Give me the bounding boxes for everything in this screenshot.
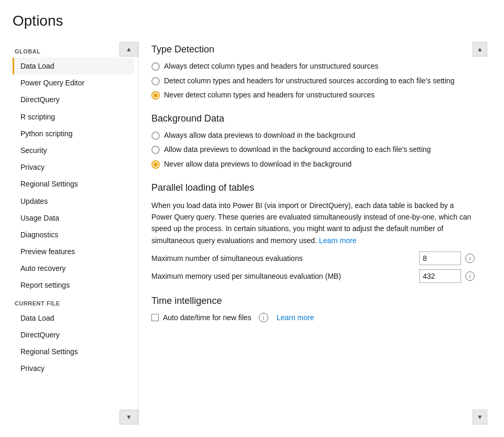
max-memory-input[interactable] xyxy=(419,269,461,283)
sidebar-item-privacy[interactable]: Privacy xyxy=(13,159,134,176)
content-scroll-down[interactable]: ▼ xyxy=(473,410,487,424)
type-detection-options: Always detect column types and headers f… xyxy=(151,61,475,101)
sidebar-item-power-query-editor[interactable]: Power Query Editor xyxy=(13,74,134,91)
max-evaluations-row: Maximum number of simultaneous evaluatio… xyxy=(151,252,475,265)
max-evaluations-input[interactable] xyxy=(419,252,461,265)
radio-bd-per-file[interactable] xyxy=(151,146,160,154)
type-detection-option-always[interactable]: Always detect column types and headers f… xyxy=(151,61,475,72)
parallel-loading-title: Parallel loading of tables xyxy=(151,182,475,193)
sidebar-item-report-settings[interactable]: Report settings xyxy=(13,277,134,293)
sidebar-scroll-down[interactable]: ▼ xyxy=(119,410,138,424)
current-file-section-label: CURRENT FILE xyxy=(13,300,134,307)
type-detection-title: Type Detection xyxy=(151,44,475,55)
sidebar-item-cf-privacy[interactable]: Privacy xyxy=(13,360,134,377)
radio-bd-always[interactable] xyxy=(151,132,160,140)
parallel-learn-more-link[interactable]: Learn more xyxy=(319,236,357,245)
max-evaluations-label: Maximum number of simultaneous evaluatio… xyxy=(151,254,415,263)
background-data-title: Background Data xyxy=(151,113,475,124)
sidebar-item-security[interactable]: Security xyxy=(13,142,134,159)
auto-date-checkbox[interactable] xyxy=(151,314,159,321)
radio-td-never[interactable] xyxy=(151,91,160,100)
sidebar-scroll-up[interactable]: ▲ xyxy=(119,42,138,57)
radio-bd-never[interactable] xyxy=(151,160,160,169)
background-data-option-always[interactable]: Always allow data previews to download i… xyxy=(151,130,475,141)
content-area: ▲ Type Detection Always detect column ty… xyxy=(138,42,487,424)
main-layout: ▲ GLOBAL Data Load Power Query Editor Di… xyxy=(13,42,487,424)
sidebar-item-diagnostics[interactable]: Diagnostics xyxy=(13,226,134,243)
sidebar-item-auto-recovery[interactable]: Auto recovery xyxy=(13,260,134,277)
type-detection-option-never[interactable]: Never detect column types and headers fo… xyxy=(151,90,475,101)
auto-date-row[interactable]: Auto date/time for new files i Learn mor… xyxy=(151,313,475,322)
bd-never-label: Never allow data previews to download in… xyxy=(164,159,352,170)
background-data-option-per-file[interactable]: Allow data previews to download in the b… xyxy=(151,145,475,155)
sidebar-item-cf-directquery[interactable]: DirectQuery xyxy=(13,326,134,343)
max-memory-label: Maximum memory used per simultaneous eva… xyxy=(151,272,415,280)
parallel-desc-text: When you load data into Power BI (via im… xyxy=(151,201,471,245)
sidebar-item-directquery[interactable]: DirectQuery xyxy=(13,91,134,108)
max-evaluations-info-icon[interactable]: i xyxy=(465,254,475,263)
global-section-label: GLOBAL xyxy=(13,48,134,54)
td-always-label: Always detect column types and headers f… xyxy=(164,61,378,72)
time-intelligence-section: Time intelligence Auto date/time for new… xyxy=(151,296,475,322)
parallel-loading-section: Parallel loading of tables When you load… xyxy=(151,182,475,283)
sidebar-item-cf-data-load[interactable]: Data Load xyxy=(13,310,134,326)
td-never-label: Never detect column types and headers fo… xyxy=(164,90,375,101)
type-detection-option-per-file[interactable]: Detect column types and headers for unst… xyxy=(151,76,475,86)
radio-td-always[interactable] xyxy=(151,62,160,71)
auto-date-label: Auto date/time for new files xyxy=(163,313,251,322)
sidebar-item-regional-settings[interactable]: Regional Settings xyxy=(13,176,134,192)
page-container: Options ▲ GLOBAL Data Load Power Query E… xyxy=(0,0,504,437)
sidebar-item-python-scripting[interactable]: Python scripting xyxy=(13,125,134,142)
parallel-loading-description: When you load data into Power BI (via im… xyxy=(151,200,475,247)
bd-always-label: Always allow data previews to download i… xyxy=(164,130,355,141)
sidebar-item-usage-data[interactable]: Usage Data xyxy=(13,210,134,226)
auto-date-info-icon[interactable]: i xyxy=(259,313,268,322)
sidebar-item-data-load[interactable]: Data Load xyxy=(13,58,134,74)
sidebar-inner: GLOBAL Data Load Power Query Editor Dire… xyxy=(13,48,138,377)
radio-td-per-file[interactable] xyxy=(151,77,160,85)
background-data-option-never[interactable]: Never allow data previews to download in… xyxy=(151,159,475,170)
time-intelligence-title: Time intelligence xyxy=(151,296,475,307)
background-data-options: Always allow data previews to download i… xyxy=(151,130,475,170)
bd-per-file-label: Allow data previews to download in the b… xyxy=(164,145,431,155)
max-memory-row: Maximum memory used per simultaneous eva… xyxy=(151,269,475,283)
max-memory-info-icon[interactable]: i xyxy=(465,271,475,281)
page-title: Options xyxy=(13,13,487,29)
sidebar-item-preview-features[interactable]: Preview features xyxy=(13,243,134,260)
type-detection-section: Type Detection Always detect column type… xyxy=(151,44,475,101)
td-per-file-label: Detect column types and headers for unst… xyxy=(164,76,454,86)
background-data-section: Background Data Always allow data previe… xyxy=(151,113,475,170)
sidebar-item-cf-regional-settings[interactable]: Regional Settings xyxy=(13,343,134,360)
sidebar-item-r-scripting[interactable]: R scripting xyxy=(13,108,134,125)
sidebar-item-updates[interactable]: Updates xyxy=(13,193,134,210)
time-intelligence-learn-more-link[interactable]: Learn more xyxy=(277,313,314,322)
content-scroll-up[interactable]: ▲ xyxy=(473,42,487,57)
sidebar: ▲ GLOBAL Data Load Power Query Editor Di… xyxy=(13,42,138,424)
